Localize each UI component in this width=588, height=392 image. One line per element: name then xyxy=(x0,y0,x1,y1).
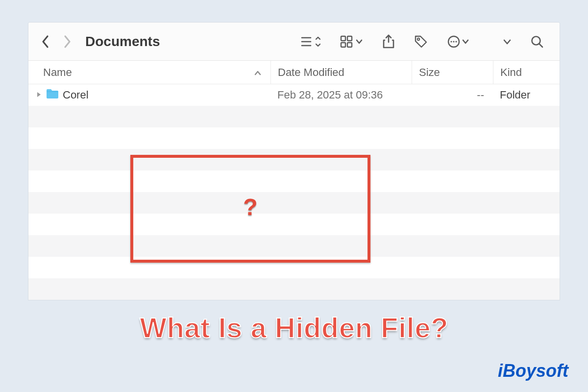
column-header-date-label: Date Modified xyxy=(278,66,344,79)
back-button[interactable] xyxy=(37,32,54,51)
share-button[interactable] xyxy=(375,32,402,51)
share-icon xyxy=(382,34,395,49)
table-row xyxy=(28,235,560,257)
dropdown-button[interactable] xyxy=(496,32,518,51)
finder-window: Documents xyxy=(28,23,560,300)
svg-rect-3 xyxy=(341,36,345,41)
forward-button[interactable] xyxy=(59,32,75,51)
chevron-left-icon xyxy=(41,35,50,49)
column-header-name[interactable]: Name xyxy=(28,66,270,79)
table-row xyxy=(28,278,560,300)
column-header-kind[interactable]: Kind xyxy=(493,61,560,84)
column-header-size[interactable]: Size xyxy=(412,61,493,84)
table-row xyxy=(28,192,560,214)
grid-group-icon xyxy=(340,35,364,49)
window-title: Documents xyxy=(85,34,160,49)
row-name: Corel xyxy=(63,89,89,101)
row-size: -- xyxy=(412,89,493,101)
column-header-date[interactable]: Date Modified xyxy=(270,61,412,84)
folder-icon xyxy=(46,88,59,102)
sort-ascending-icon xyxy=(254,66,262,79)
svg-point-9 xyxy=(450,41,452,42)
table-row xyxy=(28,127,560,149)
column-header-size-label: Size xyxy=(419,66,440,79)
group-by-button[interactable] xyxy=(333,32,370,51)
toolbar: Documents xyxy=(28,23,560,61)
search-icon xyxy=(530,35,544,49)
table-row xyxy=(28,257,560,278)
table-row xyxy=(28,171,560,192)
svg-rect-4 xyxy=(347,36,352,41)
row-kind: Folder xyxy=(493,89,560,101)
svg-line-13 xyxy=(539,44,543,47)
column-header-kind-label: Kind xyxy=(500,66,522,79)
svg-point-11 xyxy=(455,41,457,42)
svg-point-7 xyxy=(417,38,419,40)
list-view-icon xyxy=(300,35,321,49)
column-header-row: Name Date Modified Size Kind xyxy=(28,61,560,84)
svg-rect-5 xyxy=(341,43,345,47)
table-row xyxy=(28,149,560,171)
caption-text: What Is a Hidden File? xyxy=(0,311,588,344)
ellipsis-circle-icon xyxy=(447,35,469,49)
file-list: Corel Feb 28, 2025 at 09:36 -- Folder xyxy=(28,84,560,300)
view-list-button[interactable] xyxy=(293,32,328,51)
table-row[interactable]: Corel Feb 28, 2025 at 09:36 -- Folder xyxy=(28,84,560,106)
chevron-right-icon xyxy=(63,35,72,49)
chevron-down-icon xyxy=(503,38,512,45)
disclosure-triangle-icon[interactable] xyxy=(35,90,42,100)
svg-point-10 xyxy=(453,41,454,42)
table-row xyxy=(28,106,560,127)
column-header-name-label: Name xyxy=(43,66,72,79)
more-actions-button[interactable] xyxy=(440,32,476,51)
table-row xyxy=(28,214,560,235)
svg-rect-6 xyxy=(347,43,352,47)
search-button[interactable] xyxy=(523,32,551,51)
tag-icon xyxy=(414,34,428,49)
row-date: Feb 28, 2025 at 09:36 xyxy=(270,89,412,101)
tag-button[interactable] xyxy=(407,32,435,51)
brand-logo: iBoysoft xyxy=(498,361,568,381)
